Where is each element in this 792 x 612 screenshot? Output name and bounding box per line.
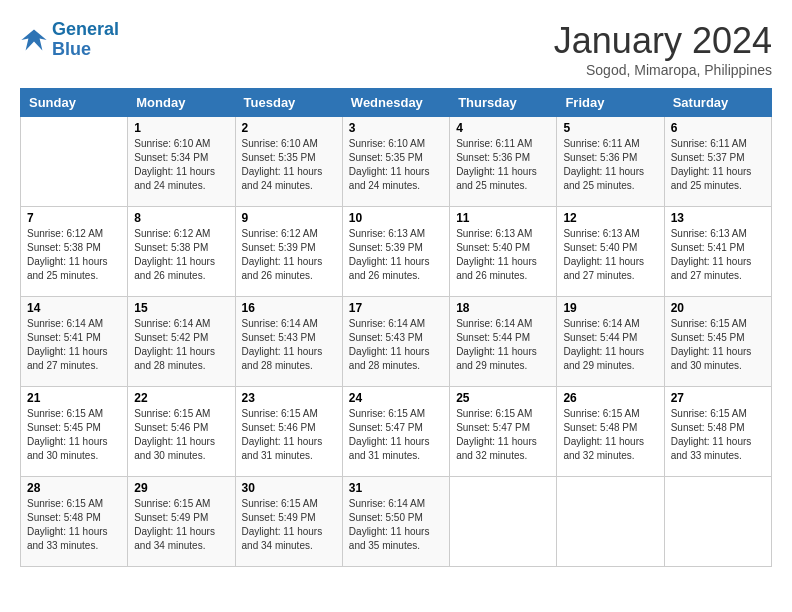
calendar-cell: 16Sunrise: 6:14 AMSunset: 5:43 PMDayligh…	[235, 297, 342, 387]
day-info: Sunrise: 6:15 AMSunset: 5:46 PMDaylight:…	[242, 407, 336, 463]
calendar-cell: 5Sunrise: 6:11 AMSunset: 5:36 PMDaylight…	[557, 117, 664, 207]
day-info: Sunrise: 6:14 AMSunset: 5:42 PMDaylight:…	[134, 317, 228, 373]
calendar-cell: 2Sunrise: 6:10 AMSunset: 5:35 PMDaylight…	[235, 117, 342, 207]
day-info: Sunrise: 6:13 AMSunset: 5:41 PMDaylight:…	[671, 227, 765, 283]
day-number: 7	[27, 211, 121, 225]
day-info: Sunrise: 6:14 AMSunset: 5:44 PMDaylight:…	[456, 317, 550, 373]
day-number: 19	[563, 301, 657, 315]
calendar-table: SundayMondayTuesdayWednesdayThursdayFrid…	[20, 88, 772, 567]
day-number: 26	[563, 391, 657, 405]
day-info: Sunrise: 6:15 AMSunset: 5:48 PMDaylight:…	[563, 407, 657, 463]
calendar-cell: 14Sunrise: 6:14 AMSunset: 5:41 PMDayligh…	[21, 297, 128, 387]
week-row-3: 14Sunrise: 6:14 AMSunset: 5:41 PMDayligh…	[21, 297, 772, 387]
day-info: Sunrise: 6:15 AMSunset: 5:48 PMDaylight:…	[27, 497, 121, 553]
day-info: Sunrise: 6:15 AMSunset: 5:49 PMDaylight:…	[242, 497, 336, 553]
day-number: 5	[563, 121, 657, 135]
title-block: January 2024 Sogod, Mimaropa, Philippine…	[554, 20, 772, 78]
calendar-header: SundayMondayTuesdayWednesdayThursdayFrid…	[21, 89, 772, 117]
day-number: 30	[242, 481, 336, 495]
calendar-cell: 12Sunrise: 6:13 AMSunset: 5:40 PMDayligh…	[557, 207, 664, 297]
weekday-row: SundayMondayTuesdayWednesdayThursdayFrid…	[21, 89, 772, 117]
day-number: 12	[563, 211, 657, 225]
day-number: 14	[27, 301, 121, 315]
day-info: Sunrise: 6:15 AMSunset: 5:49 PMDaylight:…	[134, 497, 228, 553]
day-number: 4	[456, 121, 550, 135]
location-subtitle: Sogod, Mimaropa, Philippines	[554, 62, 772, 78]
calendar-cell: 29Sunrise: 6:15 AMSunset: 5:49 PMDayligh…	[128, 477, 235, 567]
day-number: 31	[349, 481, 443, 495]
calendar-cell: 19Sunrise: 6:14 AMSunset: 5:44 PMDayligh…	[557, 297, 664, 387]
weekday-header-thursday: Thursday	[450, 89, 557, 117]
day-info: Sunrise: 6:15 AMSunset: 5:48 PMDaylight:…	[671, 407, 765, 463]
day-number: 16	[242, 301, 336, 315]
calendar-cell: 26Sunrise: 6:15 AMSunset: 5:48 PMDayligh…	[557, 387, 664, 477]
logo: General Blue	[20, 20, 119, 60]
day-info: Sunrise: 6:12 AMSunset: 5:39 PMDaylight:…	[242, 227, 336, 283]
day-info: Sunrise: 6:12 AMSunset: 5:38 PMDaylight:…	[27, 227, 121, 283]
calendar-cell: 24Sunrise: 6:15 AMSunset: 5:47 PMDayligh…	[342, 387, 449, 477]
day-info: Sunrise: 6:15 AMSunset: 5:46 PMDaylight:…	[134, 407, 228, 463]
calendar-cell: 6Sunrise: 6:11 AMSunset: 5:37 PMDaylight…	[664, 117, 771, 207]
calendar-cell: 17Sunrise: 6:14 AMSunset: 5:43 PMDayligh…	[342, 297, 449, 387]
day-number: 17	[349, 301, 443, 315]
day-info: Sunrise: 6:14 AMSunset: 5:44 PMDaylight:…	[563, 317, 657, 373]
day-number: 3	[349, 121, 443, 135]
day-info: Sunrise: 6:11 AMSunset: 5:36 PMDaylight:…	[563, 137, 657, 193]
calendar-cell: 10Sunrise: 6:13 AMSunset: 5:39 PMDayligh…	[342, 207, 449, 297]
calendar-cell	[21, 117, 128, 207]
calendar-cell: 8Sunrise: 6:12 AMSunset: 5:38 PMDaylight…	[128, 207, 235, 297]
day-info: Sunrise: 6:10 AMSunset: 5:35 PMDaylight:…	[349, 137, 443, 193]
day-info: Sunrise: 6:13 AMSunset: 5:40 PMDaylight:…	[563, 227, 657, 283]
week-row-5: 28Sunrise: 6:15 AMSunset: 5:48 PMDayligh…	[21, 477, 772, 567]
page-header: General Blue January 2024 Sogod, Mimarop…	[20, 20, 772, 78]
day-info: Sunrise: 6:14 AMSunset: 5:41 PMDaylight:…	[27, 317, 121, 373]
week-row-1: 1Sunrise: 6:10 AMSunset: 5:34 PMDaylight…	[21, 117, 772, 207]
calendar-cell	[450, 477, 557, 567]
calendar-cell: 25Sunrise: 6:15 AMSunset: 5:47 PMDayligh…	[450, 387, 557, 477]
logo-line1: General	[52, 19, 119, 39]
week-row-4: 21Sunrise: 6:15 AMSunset: 5:45 PMDayligh…	[21, 387, 772, 477]
calendar-cell: 23Sunrise: 6:15 AMSunset: 5:46 PMDayligh…	[235, 387, 342, 477]
day-info: Sunrise: 6:15 AMSunset: 5:47 PMDaylight:…	[456, 407, 550, 463]
day-number: 27	[671, 391, 765, 405]
day-number: 23	[242, 391, 336, 405]
day-number: 18	[456, 301, 550, 315]
svg-marker-0	[21, 29, 46, 50]
weekday-header-sunday: Sunday	[21, 89, 128, 117]
week-row-2: 7Sunrise: 6:12 AMSunset: 5:38 PMDaylight…	[21, 207, 772, 297]
day-info: Sunrise: 6:15 AMSunset: 5:47 PMDaylight:…	[349, 407, 443, 463]
logo-icon	[20, 26, 48, 54]
calendar-cell: 4Sunrise: 6:11 AMSunset: 5:36 PMDaylight…	[450, 117, 557, 207]
logo-text: General Blue	[52, 20, 119, 60]
weekday-header-friday: Friday	[557, 89, 664, 117]
calendar-cell: 11Sunrise: 6:13 AMSunset: 5:40 PMDayligh…	[450, 207, 557, 297]
day-number: 1	[134, 121, 228, 135]
day-number: 8	[134, 211, 228, 225]
day-number: 29	[134, 481, 228, 495]
calendar-cell: 7Sunrise: 6:12 AMSunset: 5:38 PMDaylight…	[21, 207, 128, 297]
day-info: Sunrise: 6:11 AMSunset: 5:37 PMDaylight:…	[671, 137, 765, 193]
calendar-cell: 22Sunrise: 6:15 AMSunset: 5:46 PMDayligh…	[128, 387, 235, 477]
day-info: Sunrise: 6:15 AMSunset: 5:45 PMDaylight:…	[27, 407, 121, 463]
day-number: 11	[456, 211, 550, 225]
calendar-cell: 15Sunrise: 6:14 AMSunset: 5:42 PMDayligh…	[128, 297, 235, 387]
day-number: 10	[349, 211, 443, 225]
day-number: 20	[671, 301, 765, 315]
day-info: Sunrise: 6:13 AMSunset: 5:39 PMDaylight:…	[349, 227, 443, 283]
day-info: Sunrise: 6:13 AMSunset: 5:40 PMDaylight:…	[456, 227, 550, 283]
day-info: Sunrise: 6:15 AMSunset: 5:45 PMDaylight:…	[671, 317, 765, 373]
calendar-cell: 20Sunrise: 6:15 AMSunset: 5:45 PMDayligh…	[664, 297, 771, 387]
calendar-cell: 28Sunrise: 6:15 AMSunset: 5:48 PMDayligh…	[21, 477, 128, 567]
calendar-body: 1Sunrise: 6:10 AMSunset: 5:34 PMDaylight…	[21, 117, 772, 567]
calendar-cell	[557, 477, 664, 567]
calendar-cell	[664, 477, 771, 567]
day-info: Sunrise: 6:11 AMSunset: 5:36 PMDaylight:…	[456, 137, 550, 193]
weekday-header-monday: Monday	[128, 89, 235, 117]
calendar-cell: 18Sunrise: 6:14 AMSunset: 5:44 PMDayligh…	[450, 297, 557, 387]
calendar-cell: 9Sunrise: 6:12 AMSunset: 5:39 PMDaylight…	[235, 207, 342, 297]
weekday-header-saturday: Saturday	[664, 89, 771, 117]
day-number: 28	[27, 481, 121, 495]
day-number: 22	[134, 391, 228, 405]
day-info: Sunrise: 6:10 AMSunset: 5:34 PMDaylight:…	[134, 137, 228, 193]
day-number: 6	[671, 121, 765, 135]
